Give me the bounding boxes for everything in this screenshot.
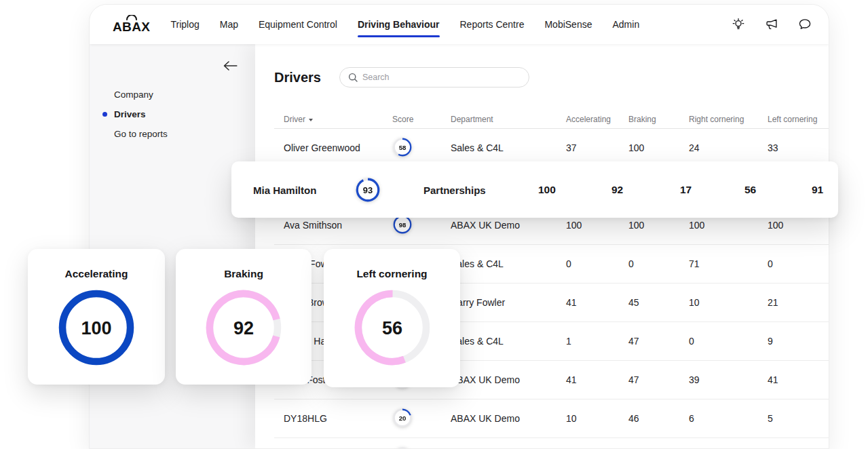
nav-item-equipment-control[interactable]: Equipment Control: [259, 15, 337, 34]
gauge-title: Left cornering: [356, 268, 427, 280]
department-cell: Sales & C4L: [451, 336, 566, 347]
right-cornering-cell: 39: [689, 374, 768, 385]
accelerating-cell: 41: [566, 297, 628, 308]
driver-name-cell: DY18HLG: [284, 413, 392, 424]
svg-text:20: 20: [399, 414, 407, 421]
nav-item-admin[interactable]: Admin: [612, 15, 639, 34]
chat-button[interactable]: [797, 17, 812, 32]
nav-item-driving-behaviour[interactable]: Driving Behaviour: [358, 15, 440, 34]
gauge-ring: 92: [204, 288, 284, 368]
table-row[interactable]: [274, 438, 829, 449]
department-cell: Sales & C4L: [451, 142, 566, 153]
logo-text: ABAX: [113, 20, 150, 34]
score-ring: 58: [393, 138, 412, 157]
column-department[interactable]: Department: [451, 115, 566, 124]
left-cornering-cell: 9: [768, 336, 829, 347]
nav-item-reports-centre[interactable]: Reports Centre: [460, 15, 525, 34]
department-cell: ABAX UK Demo: [451, 413, 566, 424]
accelerating-cell: 0: [566, 258, 628, 269]
column-left-cornering[interactable]: Left cornering: [768, 115, 829, 124]
nav-item-triplog[interactable]: Triplog: [170, 15, 199, 34]
score-cell: 98: [392, 215, 451, 236]
sidebar-item-label: Drivers: [114, 109, 146, 119]
right-cornering-cell: 10: [689, 297, 768, 308]
right-cornering-cell: 6: [689, 413, 768, 424]
department-cell: ABAX UK Demo: [451, 220, 566, 231]
abax-logo[interactable]: ABAX: [113, 15, 150, 35]
svg-text:92: 92: [233, 318, 254, 338]
score-cell: [392, 447, 451, 449]
value-accelerating: 100: [538, 184, 556, 196]
sidebar-item-drivers[interactable]: Drivers: [114, 104, 255, 124]
column-right-cornering[interactable]: Right cornering: [689, 115, 768, 124]
left-cornering-cell: 5: [768, 413, 829, 424]
column-braking[interactable]: Braking: [628, 115, 689, 124]
lightbulb-icon: [731, 17, 746, 32]
navbar-icon-group: [731, 17, 812, 32]
table-header: Driver Score Department Accelerating Bra…: [274, 110, 829, 129]
accelerating-cell: 100: [566, 220, 628, 231]
department-cell: Harry Fowler: [451, 297, 566, 308]
svg-text:100: 100: [81, 318, 111, 338]
value-extra: 91: [812, 184, 823, 196]
column-driver[interactable]: Driver: [284, 115, 392, 124]
sidebar-item-company[interactable]: Company: [114, 85, 255, 104]
gauge-card-left-cornering: Left cornering 56: [324, 249, 460, 387]
main-panel: Drivers Driver Score Department Accelera…: [255, 44, 829, 448]
value-right-cornering: 17: [680, 184, 692, 196]
right-cornering-cell: 24: [689, 142, 768, 153]
score-ring: 20: [393, 408, 412, 427]
search-input[interactable]: [362, 73, 521, 82]
gauge-card-braking: Braking 92: [176, 249, 312, 385]
gauge-title: Braking: [224, 268, 263, 280]
right-cornering-cell: 71: [689, 258, 768, 269]
nav-item-map[interactable]: Map: [220, 15, 238, 34]
value-braking: 92: [611, 184, 623, 196]
department-cell: Sales & C4L: [451, 258, 566, 269]
sidebar: Company Drivers Go to reports: [90, 44, 255, 448]
accelerating-cell: 37: [566, 142, 628, 153]
gauge-card-accelerating: Accelerating 100: [28, 249, 165, 385]
braking-cell: 47: [628, 336, 689, 347]
column-score[interactable]: Score: [392, 115, 451, 124]
nav-item-mobisense[interactable]: MobiSense: [544, 15, 592, 34]
table-row[interactable]: DY18HLG 20 ABAX UK Demo 10 46 6 5: [274, 399, 829, 438]
column-accelerating[interactable]: Accelerating: [566, 115, 628, 124]
braking-cell: 47: [628, 374, 689, 385]
lightbulb-button[interactable]: [731, 17, 746, 32]
chat-icon: [797, 17, 812, 32]
left-cornering-cell: 41: [768, 374, 829, 385]
value-left-cornering: 56: [744, 184, 756, 196]
driver-name-cell: Oliver Greenwood: [284, 142, 392, 153]
accelerating-cell: 41: [566, 374, 628, 385]
svg-text:98: 98: [399, 220, 407, 228]
right-cornering-cell: 100: [689, 220, 768, 231]
braking-cell: 100: [628, 142, 689, 153]
top-navbar: ABAX Triplog Map Equipment Control Drivi…: [90, 5, 829, 44]
left-cornering-cell: 0: [768, 258, 829, 269]
gauge-ring: 100: [56, 288, 136, 368]
megaphone-icon: [764, 17, 779, 32]
score-ring: [393, 447, 412, 449]
accelerating-cell: 1: [566, 336, 628, 347]
driver-name: Mia Hamilton: [253, 184, 316, 195]
left-cornering-cell: 33: [768, 142, 829, 153]
active-dot: [102, 112, 107, 117]
gauge-ring: 56: [352, 288, 432, 368]
braking-cell: 100: [628, 220, 689, 231]
sidebar-item-go-to-reports[interactable]: Go to reports: [114, 124, 255, 144]
score-cell: 20: [392, 408, 451, 429]
back-button[interactable]: [223, 60, 238, 71]
search-box[interactable]: [339, 67, 529, 87]
right-cornering-cell: 0: [689, 336, 768, 347]
back-arrow-icon: [223, 60, 238, 71]
megaphone-button[interactable]: [764, 17, 779, 32]
column-driver-label: Driver: [284, 115, 305, 124]
search-icon: [348, 73, 358, 82]
driver-department: Partnerships: [423, 184, 486, 195]
driver-name-cell: Ava Smithson: [284, 220, 392, 231]
svg-text:58: 58: [399, 143, 407, 151]
svg-text:56: 56: [381, 318, 402, 338]
svg-text:93: 93: [363, 185, 373, 195]
highlighted-driver-row[interactable]: Mia Hamilton 93 Partnerships 100 92 17 5…: [231, 161, 838, 218]
